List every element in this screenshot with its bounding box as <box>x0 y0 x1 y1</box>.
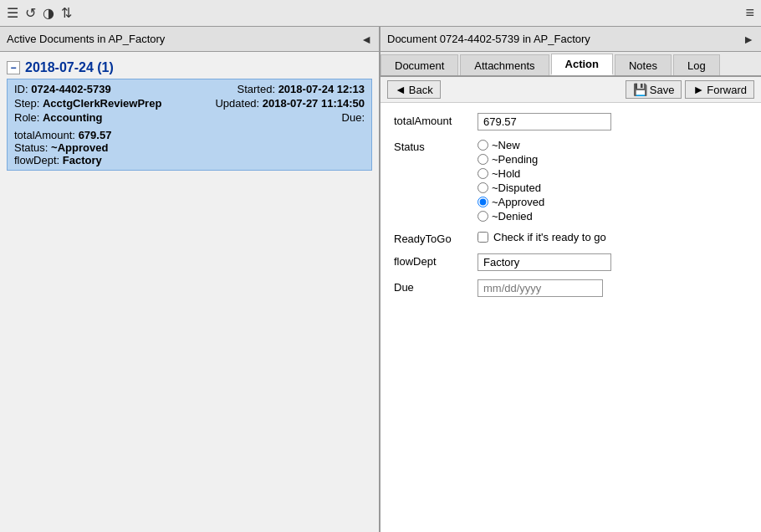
due-row: Due <box>394 279 748 297</box>
top-bar-menu-icon[interactable]: ≡ <box>745 4 754 22</box>
total-amount-control <box>478 113 748 130</box>
tab-log[interactable]: Log <box>673 54 720 75</box>
right-panel-header: Document 0724-4402-5739 in AP_Factory ► <box>380 27 761 52</box>
action-form: totalAmount Status ~New <box>380 103 761 532</box>
doc-step-row: Step: AcctgClerkReviewPrep Updated: 2018… <box>14 97 365 110</box>
status-new[interactable]: ~New <box>478 139 748 151</box>
total-amount-row: totalAmount <box>394 113 748 130</box>
right-panel-expand-arrow[interactable]: ► <box>743 33 754 46</box>
left-panel-collapse-arrow[interactable]: ◄ <box>360 33 372 46</box>
status-pending[interactable]: ~Pending <box>478 153 748 166</box>
refresh-icon[interactable]: ↺ <box>25 5 36 21</box>
ready-to-go-row: ReadyToGo Check if it's ready to go <box>394 231 748 245</box>
doc-step: Step: AcctgClerkReviewPrep <box>14 97 161 110</box>
ready-to-go-control: Check if it's ready to go <box>478 231 748 243</box>
status-control: ~New ~Pending ~Hold ~Disputed <box>478 139 748 223</box>
tab-notes[interactable]: Notes <box>615 54 672 75</box>
flow-dept-input[interactable] <box>478 253 611 271</box>
forward-icon: ► <box>692 83 704 96</box>
sort-icon[interactable]: ⇅ <box>61 5 72 21</box>
doc-status: Status: ~Approved <box>14 141 365 154</box>
tab-attachments[interactable]: Attachments <box>460 54 549 75</box>
date-label: 2018-07-24 (1) <box>25 60 114 75</box>
left-panel-title: Active Documents in AP_Factory <box>7 33 165 45</box>
ready-to-go-checkbox-label[interactable]: Check if it's ready to go <box>478 231 748 243</box>
due-label: Due <box>394 279 478 294</box>
tab-document[interactable]: Document <box>380 54 458 75</box>
save-icon: 💾 <box>633 83 647 96</box>
status-approved[interactable]: ~Approved <box>478 196 748 208</box>
doc-role-row: Role: Accounting Due: <box>14 111 365 124</box>
date-group: − 2018-07-24 (1) ID: 0724-4402-5739 Star… <box>7 60 372 171</box>
radio-new[interactable] <box>478 140 488 151</box>
right-panel-title: Document 0724-4402-5739 in AP_Factory <box>387 33 590 45</box>
radio-denied[interactable] <box>478 211 488 222</box>
flow-dept-label: flowDept <box>394 253 478 268</box>
status-disputed[interactable]: ~Disputed <box>478 182 748 194</box>
date-header: − 2018-07-24 (1) <box>7 60 372 75</box>
status-denied[interactable]: ~Denied <box>478 210 748 223</box>
ready-to-go-label: ReadyToGo <box>394 231 478 245</box>
left-content: − 2018-07-24 (1) ID: 0724-4402-5739 Star… <box>0 52 379 177</box>
right-panel: Document 0724-4402-5739 in AP_Factory ► … <box>380 27 761 532</box>
left-panel-header: Active Documents in AP_Factory ◄ <box>0 27 379 52</box>
doc-card[interactable]: ID: 0724-4402-5739 Started: 2018-07-24 1… <box>7 79 372 171</box>
radio-approved[interactable] <box>478 197 488 207</box>
left-panel: Active Documents in AP_Factory ◄ − 2018-… <box>0 27 380 532</box>
doc-id-row: ID: 0724-4402-5739 Started: 2018-07-24 1… <box>14 83 365 95</box>
doc-id-label: ID: 0724-4402-5739 <box>14 83 111 95</box>
ready-to-go-checkbox[interactable] <box>478 232 488 243</box>
status-radio-group: ~New ~Pending ~Hold ~Disputed <box>478 139 748 223</box>
doc-due-label: Due: <box>342 111 365 124</box>
doc-flow-dept: flowDept: Factory <box>14 154 365 166</box>
doc-updated: Updated: 2018-07-27 11:14:50 <box>215 97 365 110</box>
radio-disputed[interactable] <box>478 182 488 193</box>
radio-pending[interactable] <box>478 154 488 165</box>
due-date-input[interactable] <box>478 279 603 297</box>
contrast-icon[interactable]: ◑ <box>43 5 54 21</box>
status-hold[interactable]: ~Hold <box>478 167 748 180</box>
flow-dept-control <box>478 253 748 271</box>
radio-hold[interactable] <box>478 168 488 179</box>
back-button[interactable]: ◄ Back <box>387 80 441 99</box>
tab-action[interactable]: Action <box>551 54 613 75</box>
status-label: Status <box>394 139 478 153</box>
forward-button[interactable]: ► Forward <box>685 80 754 99</box>
tabs-bar: Document Attachments Action Notes Log <box>380 52 761 77</box>
status-row: Status ~New ~Pending ~Hold <box>394 139 748 223</box>
doc-totals: totalAmount: 679.57 Status: ~Approved fl… <box>14 129 365 166</box>
top-bar: ☰ ↺ ◑ ⇅ ≡ <box>0 0 761 27</box>
collapse-date-button[interactable]: − <box>7 61 20 74</box>
doc-id-value: 0724-4402-5739 <box>31 83 110 95</box>
main-container: Active Documents in AP_Factory ◄ − 2018-… <box>0 27 761 532</box>
back-icon: ◄ <box>395 83 406 96</box>
flow-dept-row: flowDept <box>394 253 748 271</box>
doc-role: Role: Accounting <box>14 111 102 124</box>
due-control <box>478 279 748 297</box>
save-button[interactable]: 💾 Save <box>626 80 682 99</box>
doc-started: Started: 2018-07-24 12:13 <box>237 83 365 95</box>
action-toolbar: ◄ Back 💾 Save ► Forward <box>380 77 761 103</box>
top-bar-left: ☰ ↺ ◑ ⇅ <box>7 5 72 21</box>
hamburger-icon[interactable]: ☰ <box>7 5 18 21</box>
total-amount-label: totalAmount <box>394 113 478 127</box>
doc-total-amount: totalAmount: 679.57 <box>14 129 365 141</box>
total-amount-input[interactable] <box>478 113 611 130</box>
